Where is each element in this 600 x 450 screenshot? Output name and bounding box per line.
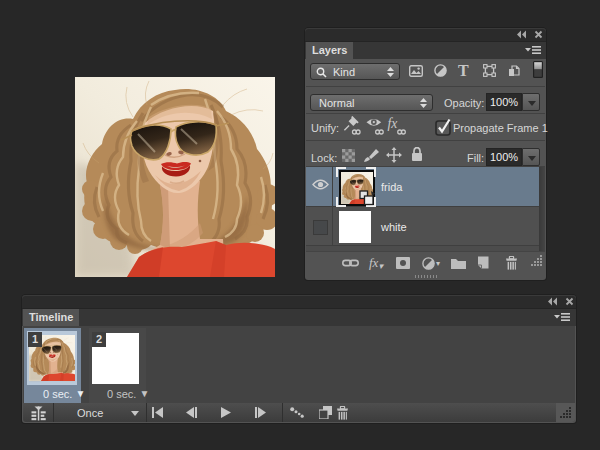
svg-text:fx: fx <box>388 116 398 131</box>
